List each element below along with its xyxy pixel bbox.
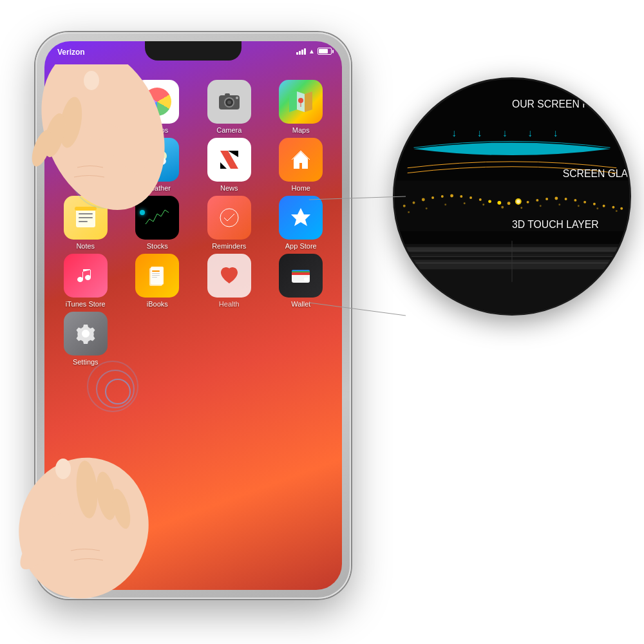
app-item-settings[interactable]: Settings <box>51 312 120 366</box>
svg-point-75 <box>426 207 428 209</box>
app-item-appstore[interactable]: App Store <box>267 196 336 250</box>
appstore-svg-icon <box>289 205 313 230</box>
app-icon-camera <box>207 80 251 124</box>
svg-point-70 <box>593 203 596 205</box>
svg-point-85 <box>616 210 618 212</box>
svg-point-82 <box>558 204 560 205</box>
svg-point-72 <box>612 206 614 209</box>
phone-notch <box>145 41 242 61</box>
svg-point-69 <box>583 201 586 204</box>
app-item-notes[interactable]: Notes <box>51 196 120 250</box>
app-label-camera: Camera <box>216 126 242 134</box>
svg-point-77 <box>464 202 466 204</box>
svg-rect-21 <box>143 204 171 232</box>
svg-point-81 <box>540 205 542 207</box>
app-label-weather: Weather <box>144 184 171 192</box>
svg-point-5 <box>236 97 238 99</box>
clock-minute-hand <box>85 159 95 165</box>
reminders-svg-icon <box>218 206 241 229</box>
app-label-itunes: iTunes Store <box>66 300 106 308</box>
svg-rect-26 <box>152 270 160 272</box>
app-label-notes: Notes <box>76 242 95 250</box>
maps-svg-icon <box>287 88 315 116</box>
wifi-icon: ▲ <box>308 48 315 55</box>
app-item-itunes[interactable]: iTunes Store <box>51 254 120 308</box>
svg-point-84 <box>596 207 598 209</box>
home-svg-icon <box>289 148 312 171</box>
app-item-calendar[interactable]: Tuesday 12 Calendar <box>51 80 120 134</box>
svg-point-87 <box>516 200 520 204</box>
app-item-maps[interactable]: Maps <box>267 80 336 134</box>
arrow-2: ↓ <box>477 128 482 138</box>
svg-point-56 <box>460 195 462 198</box>
calendar-header: Tuesday <box>64 80 108 94</box>
app-icon-itunes <box>64 254 108 298</box>
svg-point-66 <box>554 196 558 200</box>
svg-rect-27 <box>152 273 160 274</box>
app-item-ibooks[interactable]: iBooks <box>123 254 193 308</box>
svg-rect-33 <box>292 272 310 275</box>
main-scene: Verizon ▲ <box>0 0 644 644</box>
svg-rect-34 <box>304 278 309 281</box>
app-item-wallet[interactable]: Wallet <box>267 254 336 308</box>
arrow-3: ↓ <box>502 128 507 138</box>
phone-frame: Verizon ▲ <box>35 32 351 599</box>
svg-point-63 <box>527 201 529 204</box>
svg-point-57 <box>469 196 472 199</box>
battery-icon <box>317 48 332 55</box>
app-label-ibooks: iBooks <box>147 300 168 308</box>
app-icon-wallet <box>279 254 323 298</box>
app-icon-maps <box>279 80 323 124</box>
svg-point-60 <box>497 201 501 205</box>
app-label-wallet: Wallet <box>291 300 310 308</box>
svg-point-51 <box>413 202 415 204</box>
app-item-camera[interactable]: Camera <box>194 80 264 134</box>
app-icon-photos <box>135 80 179 124</box>
screen-glass-label: SCREEN GLASS <box>563 168 629 179</box>
clock-face-icon <box>71 145 100 175</box>
diagram-illustration: OUR SCREEN PROTECTOR ↓ ↓ ↓ ↓ ↓ SCREEN GL… <box>395 79 629 314</box>
camera-svg-icon <box>216 89 242 115</box>
touch-ripple-6 <box>87 361 138 412</box>
app-item-health[interactable]: Health <box>194 254 264 308</box>
app-icon-notes <box>64 196 108 240</box>
app-item-news[interactable]: News <box>194 138 264 192</box>
phone-wrapper: Verizon ▲ <box>35 32 351 599</box>
app-label-photos: Photos <box>146 126 168 134</box>
app-item-weather[interactable]: Weather <box>123 138 193 192</box>
app-item-photos[interactable]: Photos <box>123 80 193 134</box>
svg-rect-20 <box>75 207 97 211</box>
app-item-reminders[interactable]: Reminders <box>194 196 264 250</box>
svg-point-53 <box>431 196 434 199</box>
svg-point-68 <box>574 199 576 202</box>
app-label-reminders: Reminders <box>212 242 246 250</box>
app-icon-appstore <box>279 196 323 240</box>
app-label-maps: Maps <box>292 126 310 134</box>
app-label-home: Home <box>292 184 310 192</box>
svg-point-11 <box>149 160 160 167</box>
app-item-clock[interactable]: Clock <box>51 138 120 192</box>
blue-dot <box>140 210 145 215</box>
svg-point-73 <box>620 207 623 210</box>
app-icon-health <box>207 254 251 298</box>
svg-point-71 <box>603 205 605 207</box>
app-item-home[interactable]: Home <box>267 138 336 192</box>
app-grid: Tuesday 12 Calendar Photos <box>44 73 342 366</box>
svg-point-22 <box>220 209 238 227</box>
svg-point-3 <box>227 100 231 104</box>
calendar-day: Tuesday <box>74 84 97 90</box>
svg-point-74 <box>408 211 410 213</box>
app-icon-ibooks <box>135 254 179 298</box>
svg-rect-19 <box>79 221 88 222</box>
app-item-stocks[interactable]: Stocks <box>123 196 193 250</box>
touch-ripple-4 <box>96 370 135 408</box>
app-icon-news <box>207 138 251 182</box>
itunes-svg-icon <box>74 264 97 287</box>
arrow-1: ↓ <box>452 128 457 138</box>
ibooks-svg-icon <box>146 264 169 287</box>
app-label-news: News <box>220 184 238 192</box>
calendar-date: 12 <box>75 100 95 118</box>
notes-svg-icon <box>73 205 98 230</box>
svg-rect-4 <box>225 93 230 96</box>
svg-point-76 <box>444 204 446 205</box>
